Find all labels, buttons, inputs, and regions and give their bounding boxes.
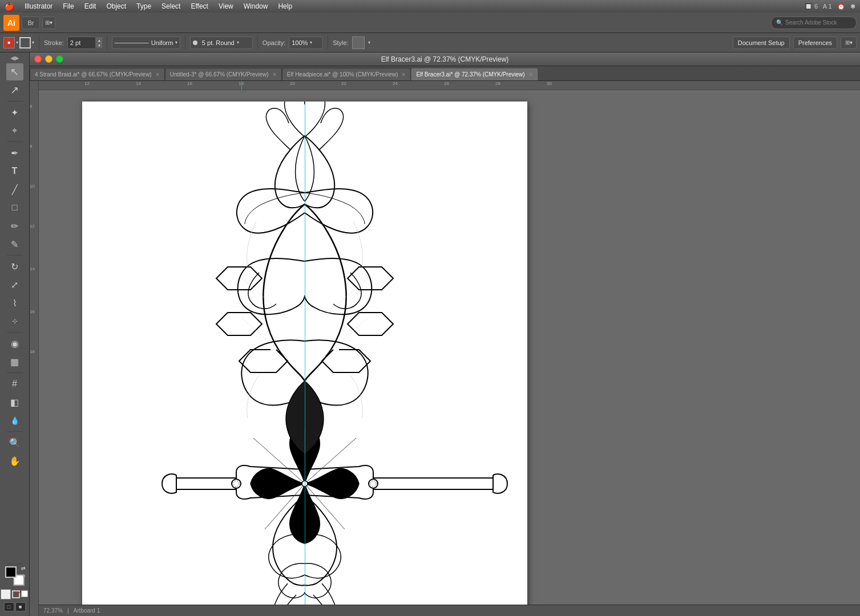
menu-effect[interactable]: Effect <box>186 1 212 11</box>
point-style-dropdown[interactable]: 5 pt. Round ▾ <box>190 37 253 49</box>
stroke-dropdown-caret[interactable]: ▾ <box>32 40 34 45</box>
symbol-tool-button[interactable]: ◉ <box>6 335 23 352</box>
menu-object[interactable]: Object <box>102 1 131 11</box>
menu-view[interactable]: View <box>214 1 238 11</box>
workspace-switcher[interactable]: ⊞▾ <box>841 37 857 49</box>
minimize-button[interactable] <box>45 55 53 63</box>
scale-tool-button[interactable]: ⤢ <box>6 276 23 293</box>
stroke-width-field[interactable]: 2 pt <box>67 37 96 49</box>
menu-select[interactable]: Select <box>157 1 185 11</box>
no-fill-button[interactable] <box>21 590 29 598</box>
tab-bracer-close[interactable]: ✕ <box>528 71 533 78</box>
bridge-button[interactable]: Br <box>22 17 40 29</box>
menu-file[interactable]: File <box>58 1 78 11</box>
ruler-top-22: 22 <box>341 81 346 86</box>
preferences-button[interactable]: Preferences <box>793 37 837 49</box>
menu-window[interactable]: Window <box>239 1 273 11</box>
lasso-tool-button[interactable]: ⌖ <box>6 122 23 139</box>
svg-point-1 <box>369 479 378 488</box>
fill-stroke-modes <box>1 589 29 599</box>
direct-selection-tool-button[interactable]: ↗ <box>6 82 23 99</box>
fill-color-swatch[interactable]: ■ <box>3 37 15 48</box>
gradient-icon: ◧ <box>10 397 19 408</box>
stroke-mode-button[interactable] <box>12 590 20 598</box>
rotate-tool-button[interactable]: ↻ <box>6 258 23 275</box>
search-icon: 🔍 <box>776 19 783 26</box>
line-tool-button[interactable]: ╱ <box>6 181 23 198</box>
free-transform-button[interactable]: ⊹ <box>6 313 23 330</box>
ruler-top-20: 20 <box>290 81 295 86</box>
main-layout: ◀▶ ↖ ↗ ✦ ⌖ ✒ T ╱ □ ✏ ✎ <box>0 52 860 616</box>
magic-wand-icon: ✦ <box>11 107 18 118</box>
toolbar-expand[interactable]: ◀▶ <box>10 55 19 61</box>
ruler-top: 12 14 16 18 20 22 24 26 28 30 <box>39 81 860 90</box>
stroke-line-preview: —————— <box>115 39 149 46</box>
apple-menu[interactable]: 🍎 <box>5 2 14 11</box>
selection-indicator: ■ ▾ ▾ <box>3 37 34 48</box>
eyedropper-tool-button[interactable]: 💧 <box>6 412 23 429</box>
tool-separator4 <box>7 332 23 333</box>
fg-bg-color-control[interactable]: ⇄ ↺ <box>5 566 25 586</box>
document-canvas[interactable] <box>39 90 860 605</box>
magic-wand-tool-button[interactable]: ✦ <box>6 104 23 121</box>
opacity-dropdown[interactable]: 100% ▾ <box>289 37 323 49</box>
foreground-color-swatch[interactable] <box>5 566 17 578</box>
menu-edit[interactable]: Edit <box>80 1 101 11</box>
status-icons: 🔲 6 A 1 ⏰ ✱ <box>805 3 855 10</box>
tab-braid[interactable]: 4 Strand Braid.ai* @ 66.67% (CMYK/Previe… <box>30 68 165 80</box>
menu-help[interactable]: Help <box>273 1 297 11</box>
swap-colors-icon[interactable]: ⇄ <box>21 565 26 571</box>
tabs-bar: 4 Strand Braid.ai* @ 66.67% (CMYK/Previe… <box>30 66 860 81</box>
arrange-documents-button[interactable]: ⊞▾ <box>42 17 55 29</box>
stroke-style-dropdown[interactable]: —————— Uniform ▾ <box>112 37 180 49</box>
free-transform-icon: ⊹ <box>12 317 18 325</box>
mesh-tool-button[interactable]: # <box>6 375 23 392</box>
menu-type[interactable]: Type <box>132 1 156 11</box>
menu-illustrator[interactable]: Illustrator <box>20 1 57 11</box>
outline-icon: □ <box>7 604 10 610</box>
tab-untitled-label: Untitled-3* @ 66.67% (CMYK/Preview) <box>170 71 269 78</box>
view-mode-buttons: □ ■ <box>4 602 26 611</box>
tab-headpiece-close[interactable]: ✕ <box>401 71 406 78</box>
fill-dropdown-caret[interactable]: ▾ <box>16 40 18 45</box>
stroke-style-label: Uniform <box>151 39 173 46</box>
lasso-icon: ⌖ <box>12 125 17 136</box>
reset-colors-icon[interactable]: ↺ <box>22 574 26 579</box>
hand-tool-button[interactable]: ✋ <box>6 452 23 469</box>
tool-separator2 <box>7 141 23 142</box>
stroke-width-control[interactable]: 2 pt ▲ ▼ <box>67 37 102 49</box>
search-field[interactable]: 🔍 Search Adobe Stock <box>771 17 857 29</box>
stroke-down-button[interactable]: ▼ <box>96 43 102 47</box>
column-graph-tool-button[interactable]: ▦ <box>6 353 23 370</box>
tab-bracer-active[interactable]: Elf Bracer3.ai* @ 72.37% (CMYK/Preview) … <box>411 68 538 80</box>
stroke-width-spinner[interactable]: ▲ ▼ <box>96 38 102 47</box>
stroke-up-button[interactable]: ▲ <box>96 38 102 42</box>
gradient-tool-button[interactable]: ◧ <box>6 394 23 411</box>
separator2 <box>107 36 107 50</box>
style-swatch[interactable] <box>352 37 365 49</box>
maximize-button[interactable] <box>56 55 63 63</box>
tab-untitled[interactable]: Untitled-3* @ 66.67% (CMYK/Preview) ✕ <box>165 68 282 80</box>
direct-selection-icon: ↗ <box>10 84 19 96</box>
tab-headpiece[interactable]: Elf Headpiece.ai* @ 100% (CMYK/Preview) … <box>282 68 411 80</box>
brush-tool-button[interactable]: ✏ <box>6 217 23 234</box>
fill-mode-button[interactable] <box>1 589 11 599</box>
hand-icon: ✋ <box>9 456 21 467</box>
zoom-tool-button[interactable]: 🔍 <box>6 434 23 451</box>
type-tool-button[interactable]: T <box>6 163 23 180</box>
close-button[interactable] <box>34 55 42 63</box>
ruler-top-26: 26 <box>444 81 449 86</box>
pen-tool-button[interactable]: ✒ <box>6 144 23 161</box>
separator3 <box>185 36 185 50</box>
preview-view-button[interactable]: ■ <box>15 602 26 611</box>
stroke-color-swatch[interactable] <box>19 37 31 48</box>
outline-view-button[interactable]: □ <box>4 602 14 611</box>
tab-braid-close[interactable]: ✕ <box>155 71 160 78</box>
warp-tool-button[interactable]: ⌇ <box>6 294 23 311</box>
tab-untitled-close[interactable]: ✕ <box>272 71 277 78</box>
document-setup-button[interactable]: Document Setup <box>733 37 790 49</box>
style-caret[interactable]: ▾ <box>368 40 370 45</box>
rectangle-tool-button[interactable]: □ <box>6 199 23 216</box>
pencil-tool-button[interactable]: ✎ <box>6 236 23 253</box>
selection-tool-button[interactable]: ↖ <box>6 63 23 80</box>
